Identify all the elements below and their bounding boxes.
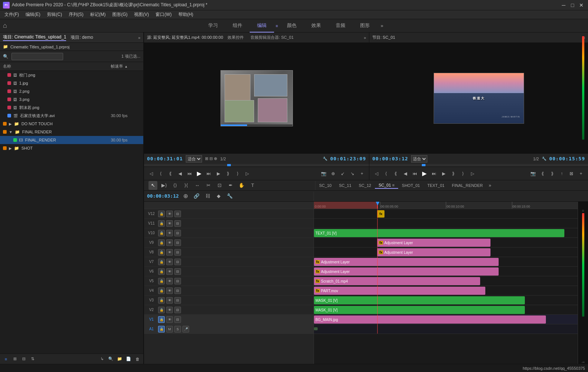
menu-graphics[interactable]: 图形(G) [109,11,130,18]
source-play[interactable]: ▶ [195,170,203,178]
sort-button[interactable]: ⇅ [29,355,36,363]
list-item[interactable]: 🖼 1.jpg [0,79,143,87]
rate-stretch-tool[interactable]: ↔ [193,181,202,190]
wrench-icon[interactable]: 🔧 [323,157,327,161]
source-fit-select[interactable]: 适合 [186,155,202,163]
program-play-back[interactable]: ⏮ [411,170,419,178]
program-export-frame[interactable]: 📷 [529,170,537,178]
menu-marker[interactable]: 标记(M) [87,11,109,18]
menu-window[interactable]: 窗口(W) [153,11,174,18]
track-select-fwd[interactable]: ▶⟩ [160,181,168,190]
program-next-edit[interactable]: ⟩ [459,170,467,178]
track-toggle-v4[interactable]: 🔒 [158,287,165,294]
track-toggle-a1[interactable]: 🔒 [158,326,165,332]
track-eye-v1[interactable]: 👁 [166,316,173,323]
menu-view[interactable]: 视图(V) [131,11,152,18]
program-step-fwd[interactable]: ⟫ [449,170,457,178]
source-step-back[interactable]: ⟪ [166,170,174,178]
audio-mixer-tab[interactable]: 音频剪辑混合器: SC_01 [248,35,296,40]
track-sync-v2[interactable]: ⊟ [174,307,181,313]
clip-a1-small[interactable] [314,327,318,330]
snap-button[interactable]: 🔗 [192,192,201,201]
hand-tool[interactable]: ✋ [237,181,246,190]
list-item[interactable]: 🎬 石家庄铁道大学.avi 30.00 fps [0,112,143,120]
track-mic-a1[interactable]: 🎤 [182,326,189,332]
nav-learn[interactable]: 学习 [201,19,225,33]
ripple-edit-tool[interactable]: ⟨⟩ [171,181,180,190]
maximize-button[interactable]: □ [569,1,576,9]
sort-icon[interactable]: ▲ [124,65,128,68]
program-tab-label[interactable]: 节目: SC_01 [372,35,395,40]
list-item-final-render-seq[interactable]: 🎞 FINAL_RENDER 30.00 fps [0,136,143,144]
track-toggle-v11[interactable]: 🔒 [158,220,165,227]
track-eye-v5[interactable]: 👁 [166,278,173,284]
program-add-marker[interactable]: + [577,170,585,178]
program-back-frame[interactable]: ◀ [401,170,409,178]
track-toggle-v9[interactable]: 🔒 [158,239,165,246]
track-eye-v10[interactable]: 👁 [166,230,173,236]
nav-assembly[interactable]: 组件 [225,19,250,33]
menu-sequence[interactable]: 序列(S) [66,11,86,18]
timeline-tabs-more[interactable]: » [486,183,493,188]
program-fwd-frame[interactable]: ▶ [440,170,448,178]
track-toggle-v3[interactable]: 🔒 [158,297,165,304]
source-monitor-more[interactable]: » [364,35,366,40]
seq-menu-icon[interactable]: ≡ [392,183,394,187]
type-tool[interactable]: T [248,181,257,190]
source-mark-in[interactable]: ◁ [147,170,155,178]
source-mark-out[interactable]: ▷ [243,170,251,178]
source-next-frame[interactable]: ⟩ [233,170,242,178]
minimize-button[interactable]: ─ [560,1,567,9]
list-item[interactable]: 🖼 郭沫若.png [0,103,143,112]
selection-tool[interactable]: ↖ [148,181,157,190]
source-add-marker[interactable]: + [358,170,366,178]
track-sync-v4[interactable]: ⊟ [174,287,181,294]
program-extract[interactable]: ⊠ [567,170,575,178]
track-eye-v3[interactable]: 👁 [166,297,173,304]
new-bin-button[interactable]: 📁 [116,355,123,363]
track-sync-v11[interactable]: ⊟ [174,220,181,227]
freeform-view-button[interactable]: ⊟ [20,355,27,363]
menu-file[interactable]: 文件(F) [1,11,22,18]
track-sync-v6[interactable]: ⊟ [174,268,181,275]
program-play[interactable]: ▶ [420,170,428,178]
track-toggle-v1[interactable]: 🔒 [158,316,165,323]
track-sync-v3[interactable]: ⊟ [174,297,181,304]
timeline-timecode[interactable]: 00:00:03:12 [147,193,179,199]
nav-audio[interactable]: 音频 [328,19,353,33]
source-playhead[interactable] [227,164,231,166]
menu-help[interactable]: 帮助(H) [175,11,196,18]
razor-tool[interactable]: ✂ [204,181,213,190]
track-toggle-v12[interactable]: 🔒 [158,211,165,217]
add-edit-button[interactable]: ⊕ [181,192,190,201]
source-play-back[interactable]: ⏮ [185,170,194,178]
program-lift[interactable]: ↑ [558,170,566,178]
track-eye-v2[interactable]: 👁 [166,307,173,313]
seq-tab-sc01[interactable]: SC_01 ≡ [375,182,398,189]
track-toggle-v2[interactable]: 🔒 [158,307,165,313]
track-sync-v12[interactable]: ⊟ [174,211,181,217]
folder-shot[interactable]: ▶ 📁 SHOT [0,144,143,152]
program-trim-back[interactable]: ⟪ [539,170,547,178]
linked-selection-button[interactable]: ⛓ [203,192,212,201]
rolling-edit-tool[interactable]: ⟩⟨ [182,181,191,190]
seq-tab-final-render[interactable]: FINAL_RENDER [448,182,486,188]
clip-bgmain-v1[interactable]: BG_MAIN.jpg [314,315,546,324]
source-tab-label[interactable]: 源: 延安整风; 延安整风1.mp4: 00:00:00:00 [147,35,223,40]
project-panel-more[interactable]: » [138,35,140,40]
clip-mask01-v2[interactable]: MASK_01 [V] [314,306,525,314]
source-overlay[interactable]: ⊕ [329,170,337,178]
source-overwrite[interactable]: ↘ [348,170,356,178]
track-sync-v1[interactable]: ⊟ [174,316,181,323]
track-eye-v8[interactable]: 👁 [166,249,173,256]
track-toggle-v8[interactable]: 🔒 [158,249,165,256]
track-s-a1[interactable]: S [174,326,181,332]
menu-clip[interactable]: 剪辑(C) [44,11,65,18]
program-mark-out[interactable]: ▷ [468,170,476,178]
clear-button[interactable]: 🗑 [134,355,141,363]
track-sync-v8[interactable]: ⊟ [174,249,181,256]
program-playhead-marker[interactable] [422,164,425,166]
track-toggle-v5[interactable]: 🔒 [158,278,165,284]
track-eye-v12[interactable]: 👁 [166,211,173,217]
track-sync-v7[interactable]: ⊟ [174,259,181,265]
